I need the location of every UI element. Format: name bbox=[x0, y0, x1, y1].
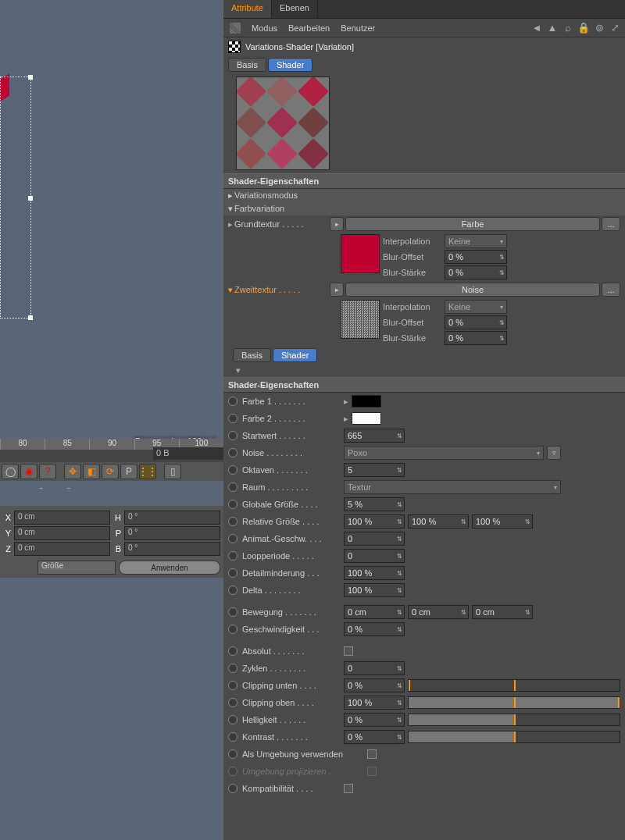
apply-button[interactable]: Anwenden bbox=[119, 561, 220, 575]
radio[interactable] bbox=[228, 625, 238, 634]
interpolation-select[interactable]: Keine▾ bbox=[445, 300, 507, 314]
kontrast-slider[interactable] bbox=[408, 731, 620, 743]
farbe-button[interactable]: Farbe bbox=[345, 217, 600, 231]
help-icon[interactable]: ? bbox=[39, 464, 56, 479]
oktaven-field[interactable]: 5⇅ bbox=[344, 463, 405, 477]
handle[interactable] bbox=[28, 196, 33, 201]
blur-offset-field[interactable]: 0 %⇅ bbox=[445, 250, 507, 264]
tab-shader[interactable]: Shader bbox=[268, 58, 312, 72]
b-field[interactable]: 0 ° bbox=[124, 542, 220, 556]
color1-field[interactable] bbox=[352, 395, 381, 408]
relative-z-field[interactable]: 100 %⇅ bbox=[472, 514, 533, 529]
tab-ebenen[interactable]: Ebenen bbox=[272, 0, 318, 18]
tab-basis[interactable]: Basis bbox=[228, 58, 266, 72]
handle[interactable] bbox=[28, 315, 33, 320]
more-button[interactable]: ... bbox=[602, 217, 620, 231]
radio[interactable] bbox=[228, 551, 238, 561]
raum-select[interactable]: Textur▾ bbox=[344, 480, 561, 494]
loop-field[interactable]: 0⇅ bbox=[344, 549, 405, 563]
bewegung-y-field[interactable]: 0 cm⇅ bbox=[408, 605, 469, 619]
rotate-icon[interactable]: ⟳ bbox=[102, 464, 119, 479]
kontrast-field[interactable]: 0 %⇅ bbox=[344, 730, 405, 744]
noise-button[interactable]: Noise bbox=[345, 283, 600, 297]
zyklen-field[interactable]: 0⇅ bbox=[344, 661, 405, 675]
p-icon[interactable]: P bbox=[120, 464, 138, 479]
handle[interactable] bbox=[28, 75, 33, 80]
blur-offset-field[interactable]: 0 %⇅ bbox=[445, 315, 507, 329]
clip-unten-field[interactable]: 0 %⇅ bbox=[344, 678, 405, 692]
radio[interactable] bbox=[228, 715, 238, 724]
tab-shader-inner[interactable]: Shader bbox=[273, 348, 317, 362]
radio[interactable] bbox=[228, 534, 238, 543]
interpolation-select[interactable]: Keine▾ bbox=[445, 234, 507, 248]
x-field[interactable]: 0 cm bbox=[14, 511, 110, 525]
radio[interactable] bbox=[228, 698, 238, 707]
clip-oben-field[interactable]: 100 %⇅ bbox=[344, 696, 405, 710]
menu-benutzer[interactable]: Benutzer bbox=[341, 23, 375, 33]
radio[interactable] bbox=[228, 448, 238, 457]
y-field[interactable]: 0 cm bbox=[14, 526, 110, 540]
radio[interactable] bbox=[228, 431, 238, 440]
sub-farbvariation[interactable]: ▾Farbvariation bbox=[223, 202, 625, 215]
p-field[interactable]: 0 ° bbox=[124, 526, 220, 540]
menu-modus[interactable]: Modus bbox=[252, 23, 277, 33]
preview-image[interactable] bbox=[236, 77, 330, 170]
helligkeit-field[interactable]: 0 %⇅ bbox=[344, 713, 405, 727]
tool-icon[interactable]: ◯ bbox=[2, 464, 19, 479]
radio[interactable] bbox=[228, 568, 238, 578]
sub-variationsmodus[interactable]: ▸Variationsmodus bbox=[223, 189, 625, 202]
menu-bearbeiten[interactable]: Bearbeiten bbox=[288, 23, 330, 33]
noise-swatch[interactable] bbox=[341, 300, 380, 339]
radio[interactable] bbox=[228, 681, 238, 690]
more-button[interactable]: ... bbox=[602, 283, 620, 297]
tab-attribute[interactable]: Attribute bbox=[223, 0, 272, 18]
size-select[interactable]: Größe bbox=[38, 561, 116, 575]
blur-strength-field[interactable]: 0 %⇅ bbox=[445, 265, 507, 279]
expand-icon[interactable]: ⤢ bbox=[609, 23, 620, 34]
radio[interactable] bbox=[228, 465, 238, 475]
radio[interactable] bbox=[228, 397, 238, 406]
clip-unten-slider[interactable] bbox=[408, 679, 620, 692]
properties-scroll[interactable]: Shader-Eigenschaften ▸Variationsmodus ▾F… bbox=[223, 73, 625, 840]
startwert-field[interactable]: 665⇅ bbox=[344, 429, 405, 443]
expand-button[interactable]: ▿ bbox=[547, 446, 561, 460]
z-field[interactable]: 0 cm bbox=[14, 542, 110, 556]
noise-select[interactable]: Poxo▾ bbox=[344, 446, 544, 460]
texture-arrow-button[interactable]: ▸ bbox=[330, 283, 344, 297]
kompat-checkbox[interactable] bbox=[344, 784, 353, 793]
selection-box[interactable] bbox=[0, 77, 31, 319]
radio[interactable] bbox=[228, 664, 238, 673]
grid-icon[interactable]: ⋮⋮ bbox=[139, 464, 156, 479]
detail-field[interactable]: 100 %⇅ bbox=[344, 566, 405, 580]
radio[interactable] bbox=[228, 646, 238, 656]
back-icon[interactable]: ◄ bbox=[531, 23, 542, 34]
relative-x-field[interactable]: 100 %⇅ bbox=[344, 514, 405, 529]
globale-field[interactable]: 5 %⇅ bbox=[344, 497, 405, 511]
bewegung-z-field[interactable]: 0 cm⇅ bbox=[472, 605, 533, 619]
helligkeit-slider[interactable] bbox=[408, 714, 620, 726]
tab-basis-inner[interactable]: Basis bbox=[233, 348, 271, 362]
color-swatch-red[interactable] bbox=[341, 234, 380, 273]
umgebung-checkbox[interactable] bbox=[367, 749, 377, 759]
chevron-down-icon[interactable]: ▾ bbox=[223, 364, 625, 377]
geschw-field[interactable]: 0 %⇅ bbox=[344, 622, 405, 636]
scale-icon[interactable]: ◧ bbox=[83, 464, 100, 479]
color2-field[interactable] bbox=[352, 412, 381, 425]
lock-icon[interactable]: 🔒 bbox=[578, 23, 589, 34]
search-icon[interactable]: ⌕ bbox=[562, 23, 573, 34]
clip-oben-slider[interactable] bbox=[408, 696, 620, 709]
record-icon[interactable]: ◉ bbox=[20, 464, 38, 479]
bewegung-x-field[interactable]: 0 cm⇅ bbox=[344, 605, 405, 619]
blur-strength-field[interactable]: 0 %⇅ bbox=[445, 331, 507, 345]
delta-field[interactable]: 100 %⇅ bbox=[344, 583, 405, 597]
texture-arrow-button[interactable]: ▸ bbox=[330, 217, 344, 231]
radio[interactable] bbox=[228, 784, 238, 793]
gear-icon[interactable]: ⊚ bbox=[594, 23, 605, 34]
grid-icon[interactable] bbox=[230, 23, 241, 34]
radio[interactable] bbox=[228, 749, 238, 759]
up-icon[interactable]: ▲ bbox=[547, 23, 558, 34]
radio[interactable] bbox=[228, 607, 238, 617]
relative-y-field[interactable]: 100 %⇅ bbox=[408, 514, 469, 529]
frame-field[interactable]: 0 B bbox=[153, 447, 223, 460]
h-field[interactable]: 0 ° bbox=[124, 511, 220, 525]
